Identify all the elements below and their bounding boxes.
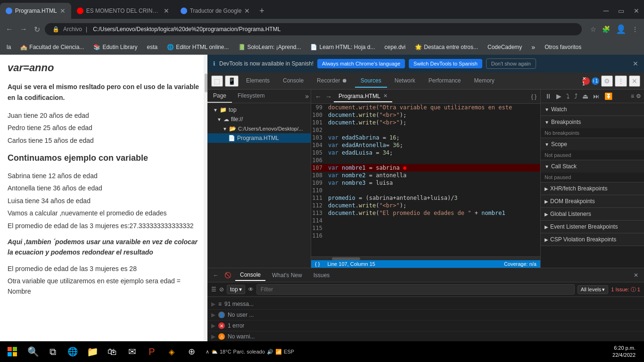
console-prohibit-icon[interactable]: ⊘ xyxy=(219,286,224,293)
tree-item-programa[interactable]: 📄 Programa.HTML xyxy=(207,133,311,143)
bookmark-learnhtml[interactable]: 📄Learn HTML: Hoja d... xyxy=(307,43,378,51)
bookmark-la[interactable]: la xyxy=(4,43,14,51)
close-window-button[interactable]: ✕ xyxy=(629,5,644,16)
settings-debug-icon[interactable]: ⚙ xyxy=(636,93,641,99)
close-devtools-icon[interactable]: ✕ xyxy=(629,75,640,87)
step-button[interactable]: ⏭ xyxy=(592,91,601,101)
start-button[interactable] xyxy=(2,342,23,361)
console-tab-console[interactable]: Console xyxy=(235,270,265,281)
scroll-indicator[interactable] xyxy=(204,55,207,362)
notifications-button[interactable] xyxy=(640,342,642,361)
tab-recorder[interactable]: Recorder ⏺ xyxy=(311,74,353,88)
bookmark-otros[interactable]: Otros favoritos xyxy=(542,43,584,51)
address-input[interactable]: 🔒 Archivo | C:/Users/Lenovo/Desktop/logi… xyxy=(45,23,582,35)
expand-nouser-icon[interactable]: ▶ xyxy=(211,312,215,318)
taskbar-search-icon[interactable]: 🔍 xyxy=(24,342,42,361)
taskbar-powerpoint-icon[interactable]: P xyxy=(142,342,161,361)
console-context-dropdown[interactable]: top ▾ xyxy=(227,285,245,294)
console-eye-icon[interactable]: 👁 xyxy=(248,286,254,293)
banner-close-icon[interactable]: ✕ xyxy=(633,60,638,67)
new-tab-button[interactable]: + xyxy=(256,4,268,18)
thread-icon[interactable]: ≡ xyxy=(631,93,634,99)
taskbar-network-icon[interactable]: 📶 xyxy=(275,349,282,355)
banner-btn3[interactable]: Don't show again xyxy=(486,58,536,69)
taskbar-volume-icon[interactable]: 🔊 xyxy=(267,349,273,355)
pause-button[interactable]: ⏸ xyxy=(544,91,553,101)
tree-item-top[interactable]: ▼ 📁 top xyxy=(207,105,311,115)
taskbar-mail-icon[interactable]: ✉ xyxy=(123,342,141,361)
bookmark-sololearn[interactable]: 📗SoloLearn: ¡Aprend... xyxy=(235,43,304,51)
forward-button[interactable]: → xyxy=(18,23,29,35)
xhr-section-header[interactable]: ▶ XHR/fetch Breakpoints xyxy=(541,182,644,195)
file-tab-page[interactable]: Page xyxy=(207,90,232,103)
tab-programa[interactable]: Programa.HTML ✕ xyxy=(0,3,71,19)
bookmark-codecademy[interactable]: CodeCademy xyxy=(485,43,525,51)
taskbar-windowsstore-icon[interactable]: 🛍 xyxy=(103,342,122,361)
banner-btn2[interactable]: Switch DevTools to Spanish xyxy=(409,59,482,68)
horizontal-scrollbar[interactable] xyxy=(311,256,540,260)
global-section-header[interactable]: ▶ Global Listeners xyxy=(541,208,644,220)
bookmark-editor[interactable]: 🌐Editor HTML online... xyxy=(164,43,231,51)
dots-icon[interactable]: ⋮ xyxy=(615,75,627,87)
console-sidebar-icon[interactable]: ☰ xyxy=(211,286,216,293)
resume-button[interactable]: ▶ xyxy=(555,91,563,101)
taskbar-up-icon[interactable]: ∧ xyxy=(206,349,209,355)
step-over-button[interactable]: ⤵ xyxy=(565,91,571,101)
bookmark-button[interactable]: ☆ xyxy=(588,22,598,36)
console-tab-issues[interactable]: Issues xyxy=(309,270,335,280)
watch-section-header[interactable]: ▼ Watch xyxy=(541,103,644,115)
step-out-button[interactable]: ⏏ xyxy=(581,91,590,101)
bookmark-cepe[interactable]: cepe.dvi xyxy=(382,43,409,51)
console-nav-icon[interactable]: ← xyxy=(211,271,221,280)
reload-button[interactable]: ↻ xyxy=(32,23,42,36)
back-button[interactable]: ← xyxy=(4,23,15,35)
tab-memory[interactable]: Memory xyxy=(469,74,500,88)
code-tab-close-icon[interactable]: ✕ xyxy=(383,93,388,99)
profile-button[interactable]: 👤 xyxy=(614,22,628,36)
file-tab-filesystem[interactable]: Filesystem xyxy=(232,90,270,103)
console-filter-input[interactable] xyxy=(256,284,575,295)
tab-network[interactable]: Network xyxy=(389,74,421,88)
console-level-dropdown[interactable]: All levels ▾ xyxy=(578,285,608,294)
tab-console-top[interactable]: Console xyxy=(277,74,309,88)
event-section-header[interactable]: ▶ Event Listener Breakpoints xyxy=(541,221,644,233)
bookmark-facultad[interactable]: 🏫Facultad de Ciencia... xyxy=(17,43,87,51)
banner-btn1[interactable]: Always match Chrome's language xyxy=(317,59,405,68)
breakpoints-section-header[interactable]: ▼ Breakpoints xyxy=(541,116,644,128)
devtools-device-icon[interactable]: 📱 xyxy=(225,75,239,87)
code-tab-programa[interactable]: Programa.HTML ✕ xyxy=(334,91,392,102)
devtools-inspect-icon[interactable]: ⬚ xyxy=(211,75,223,87)
code-area[interactable]: 99 document.write("Otra variable que uti… xyxy=(311,104,540,256)
maximize-button[interactable]: ▭ xyxy=(613,5,629,16)
bookmark-destaca[interactable]: 🌟Destaca entre otros... xyxy=(412,43,481,51)
deactivate-button[interactable]: ⏬ xyxy=(603,91,614,101)
tab-google[interactable]: Traductor de Google ✕ xyxy=(175,3,256,19)
more-button[interactable]: ⋮ xyxy=(630,22,640,36)
scope-section-header[interactable]: ▼ Scope xyxy=(541,138,644,150)
bookmark-esta[interactable]: esta xyxy=(144,43,160,51)
expand-messages-icon[interactable]: ▶ xyxy=(211,301,215,307)
tab-elements[interactable]: Elements xyxy=(240,74,275,88)
bookmark-edutin[interactable]: 📚Edutin Library xyxy=(91,43,140,51)
code-nav-left-icon[interactable]: ← xyxy=(313,91,323,102)
tab-close-programa[interactable]: ✕ xyxy=(60,7,66,15)
tree-item-desktop[interactable]: ▼ 📂 C:/Users/Lenovo/Desktop/... xyxy=(207,124,311,133)
expand-error-icon[interactable]: ▶ xyxy=(211,322,215,329)
console-clear-icon[interactable]: 🚫 xyxy=(223,271,233,280)
console-close-icon[interactable]: ✕ xyxy=(632,271,640,280)
console-tab-whatsnew[interactable]: What's New xyxy=(267,270,307,280)
dom-section-header[interactable]: ▶ DOM Breakpoints xyxy=(541,195,644,207)
tab-sources[interactable]: Sources xyxy=(355,74,387,88)
file-panel-more-icon[interactable]: » xyxy=(303,90,311,103)
step-into-button[interactable]: ⤴ xyxy=(573,91,579,101)
cursor-icon[interactable]: { } xyxy=(315,261,320,267)
taskbar-sublime-icon[interactable]: ◈ xyxy=(162,342,181,361)
minimize-button[interactable]: ─ xyxy=(599,5,613,17)
csp-section-header[interactable]: ▶ CSP Violation Breakpoints xyxy=(541,233,644,246)
tab-performance[interactable]: Performance xyxy=(423,74,467,88)
taskbar-chrome-icon[interactable]: ⊕ xyxy=(182,342,201,361)
tab-cringe[interactable]: ES MOMENTO DEL CRINGE 😬 ✕ xyxy=(71,3,175,19)
code-format-icon[interactable]: { } xyxy=(529,91,538,102)
code-nav-right-icon[interactable]: → xyxy=(323,91,334,102)
taskbar-files-icon[interactable]: 📁 xyxy=(83,342,102,361)
